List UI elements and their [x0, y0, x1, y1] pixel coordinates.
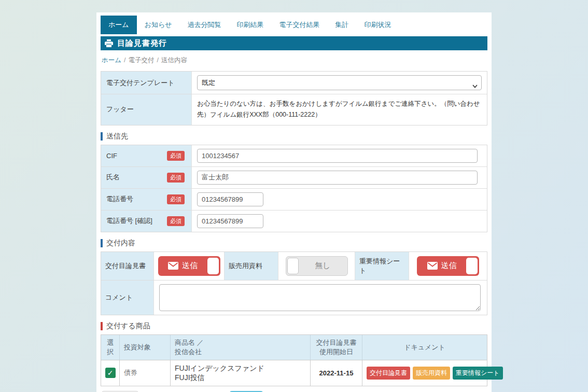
product-target: 債券	[120, 360, 171, 386]
tab-print-status[interactable]: 印刷状況	[357, 16, 399, 34]
sales-material-toggle[interactable]: 無し	[286, 256, 348, 276]
main-card: ホーム お知らせ 過去分閲覧 印刷結果 電子交付結果 集計 印刷状況 目論見書発…	[96, 12, 492, 392]
footer-text: お心当たりのない方は、お手数をおかけしますがフイルム銀行までご連絡下さい。（問い…	[192, 94, 487, 125]
prospectus-send-toggle[interactable]: 送信	[158, 256, 220, 276]
breadcrumb-separator: /	[157, 57, 159, 64]
doc-badge-important-info[interactable]: 重要情報シート	[453, 367, 503, 380]
cif-label: CIF 必須	[101, 145, 192, 166]
page-title-bar: 目論見書発行	[101, 36, 487, 50]
phone-confirm-label: 電話番号 [確認] 必須	[101, 211, 192, 232]
delivery-form: 交付目論見書 送信 販売用資料 無し	[101, 251, 487, 315]
tab-home[interactable]: ホーム	[101, 16, 137, 34]
template-form: 電子交付テンプレート 既定	[101, 71, 487, 125]
tab-totals[interactable]: 集計	[328, 16, 357, 34]
required-badge: 必須	[167, 151, 185, 161]
tab-edelivery-results[interactable]: 電子交付結果	[272, 16, 328, 34]
breadcrumb: ホーム/電子交付/送信内容	[102, 56, 486, 65]
breadcrumb-home[interactable]: ホーム	[102, 57, 121, 64]
section-recipient: 送信先	[101, 132, 487, 141]
name-label: 氏名 必須	[101, 167, 192, 188]
table-row: ✓ 債券 FUJIインデックスファンド FUJI投信 2022-11-15 交付…	[101, 360, 487, 386]
name-input[interactable]	[197, 171, 478, 185]
product-name: FUJIインデックスファンド FUJI投信	[171, 360, 311, 386]
breadcrumb-separator: /	[124, 57, 125, 64]
col-product-name: 商品名 ／ 投信会社	[171, 335, 311, 360]
prospectus-toggle-label: 交付目論見書	[101, 252, 154, 280]
phone-label: 電話番号 必須	[101, 189, 192, 210]
breadcrumb-send-content: 送信内容	[161, 57, 187, 64]
important-info-toggle-label: 重要情報シート	[355, 252, 409, 280]
cif-input[interactable]	[197, 149, 478, 163]
footer-label: フッター	[101, 94, 192, 125]
product-start-date: 2022-11-15	[311, 360, 362, 386]
sales-material-toggle-label: 販売用資料	[225, 252, 278, 280]
envelope-icon	[168, 262, 178, 270]
toggle-knob	[466, 258, 478, 274]
tab-bar: ホーム お知らせ 過去分閲覧 印刷結果 電子交付結果 集計 印刷状況	[101, 16, 487, 34]
important-info-send-toggle[interactable]: 送信	[417, 256, 479, 276]
section-delivery-content: 交付内容	[101, 239, 487, 248]
products-table-header: 選択 投資対象 商品名 ／ 投信会社 交付目論見書 使用開始日 ドキュメント	[101, 335, 487, 360]
required-badge: 必須	[167, 216, 185, 226]
comment-textarea[interactable]	[159, 284, 481, 311]
page-title: 目論見書発行	[117, 38, 167, 48]
tab-print-results[interactable]: 印刷結果	[229, 16, 272, 34]
col-investment-target: 投資対象	[120, 335, 171, 360]
phone-input[interactable]	[197, 192, 263, 206]
printer-icon	[105, 39, 113, 47]
comment-label: コメント	[101, 281, 154, 315]
edelivery-template-select[interactable]: 既定	[197, 75, 482, 90]
required-badge: 必須	[167, 194, 185, 204]
template-label: 電子交付テンプレート	[101, 72, 192, 94]
col-documents: ドキュメント	[362, 335, 487, 360]
envelope-icon	[427, 262, 438, 270]
product-row-checkbox[interactable]: ✓	[105, 368, 116, 378]
col-start-date: 交付目論見書 使用開始日	[311, 335, 362, 360]
tab-past-view[interactable]: 過去分閲覧	[180, 16, 229, 34]
col-select: 選択	[101, 335, 120, 360]
tab-notices[interactable]: お知らせ	[137, 16, 180, 34]
required-badge: 必須	[167, 173, 185, 183]
products-table: 選択 投資対象 商品名 ／ 投信会社 交付目論見書 使用開始日 ドキュメント ✓	[101, 334, 487, 387]
breadcrumb-edelivery: 電子交付	[129, 57, 155, 64]
product-documents: 交付目論見書 販売用資料 重要情報シート	[362, 360, 507, 386]
recipient-form: CIF 必須 氏名 必須	[101, 145, 487, 232]
doc-badge-sales-material[interactable]: 販売用資料	[413, 367, 450, 380]
section-products: 交付する商品	[101, 321, 487, 331]
phone-confirm-input[interactable]	[197, 214, 263, 228]
toggle-knob	[207, 258, 219, 274]
page-background: ホーム お知らせ 過去分閲覧 印刷結果 電子交付結果 集計 印刷状況 目論見書発…	[0, 12, 588, 392]
doc-badge-prospectus[interactable]: 交付目論見書	[367, 367, 410, 380]
toggle-knob	[287, 258, 299, 274]
